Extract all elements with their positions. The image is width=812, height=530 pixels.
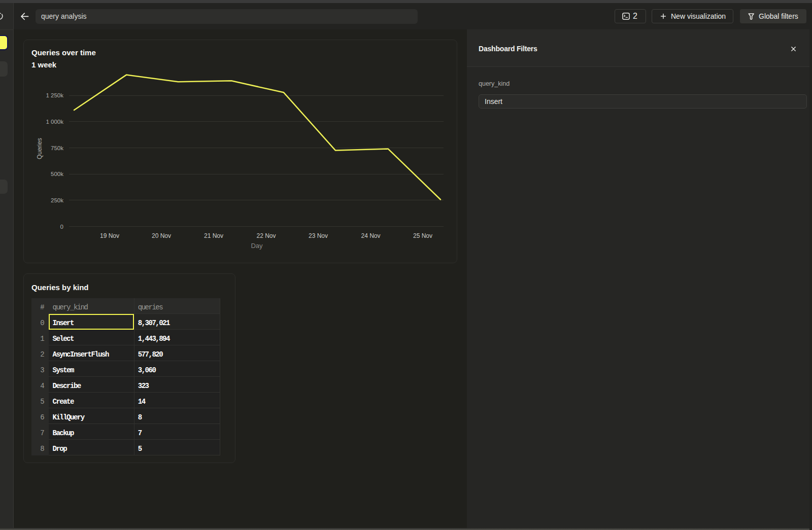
svg-text:23 Nov: 23 Nov	[309, 232, 328, 239]
svg-text:21 Nov: 21 Nov	[204, 232, 223, 239]
svg-text:750k: 750k	[51, 145, 63, 151]
svg-text:0: 0	[60, 224, 63, 230]
svg-text:Queries: Queries	[36, 138, 43, 159]
svg-text:19 Nov: 19 Nov	[100, 232, 119, 239]
svg-text:20 Nov: 20 Nov	[152, 232, 171, 239]
svg-text:1 250k: 1 250k	[46, 92, 63, 98]
svg-text:24 Nov: 24 Nov	[361, 232, 380, 239]
svg-text:Day: Day	[251, 242, 263, 250]
svg-text:1 000k: 1 000k	[46, 119, 63, 125]
svg-text:22 Nov: 22 Nov	[256, 232, 276, 239]
svg-text:250k: 250k	[51, 197, 63, 203]
svg-text:500k: 500k	[51, 171, 63, 177]
svg-text:25 Nov: 25 Nov	[413, 232, 432, 239]
